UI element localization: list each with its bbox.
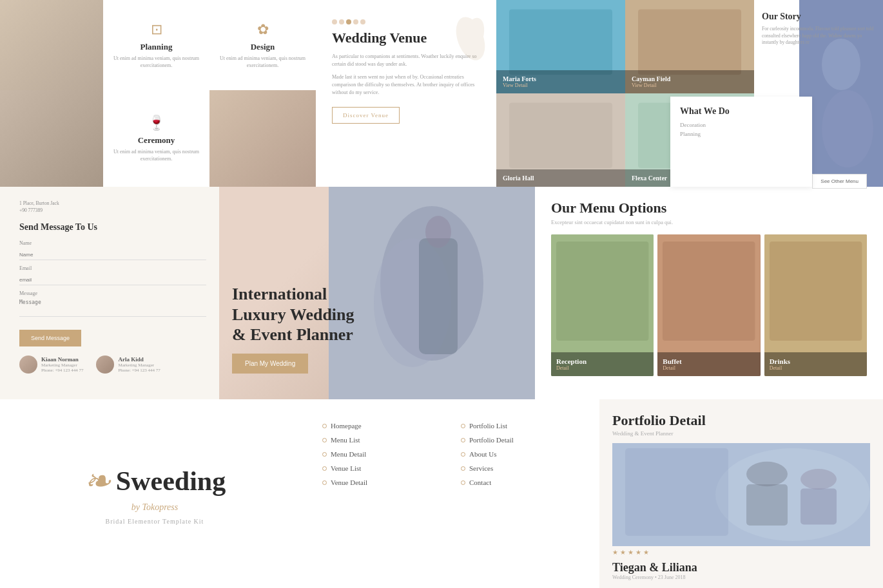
brand-name: Sweeding	[116, 466, 226, 497]
service-photo-bl	[0, 90, 103, 187]
nav-portfolio-detail-label: Portfolio Detail	[469, 436, 514, 444]
team-role-2: Marketing Manager	[118, 363, 160, 368]
menu-title: Our Menu Options	[551, 200, 867, 216]
send-message-button[interactable]: Send Message	[19, 330, 81, 346]
service-photo-tl	[0, 0, 103, 90]
middle-section: 1 Place, Burton Jack +90 777389 Send Mes…	[0, 187, 883, 399]
buffet-label: Buffet	[663, 357, 755, 365]
design-title: Design	[251, 42, 275, 52]
svg-point-36	[801, 469, 837, 489]
nav-bullet-2	[322, 438, 327, 442]
buffet-link[interactable]: Detail	[663, 365, 755, 371]
svg-rect-10	[509, 10, 612, 75]
email-label: Email	[19, 265, 206, 271]
ceremony-desc: Ut enim ad minima veniam, quis nostrum e…	[110, 148, 203, 162]
email-input[interactable]	[19, 275, 206, 285]
reception-overlay: Reception Detail	[551, 352, 654, 376]
nav-menu-detail-label: Menu Detail	[331, 450, 366, 458]
plan-wedding-button[interactable]: Plan My Wedding	[232, 354, 308, 374]
nav-bullet-10	[461, 480, 465, 485]
team-name-2: Arla Kidd	[118, 356, 160, 363]
team-avatar-2	[96, 356, 114, 374]
nav-services[interactable]: Services	[461, 461, 587, 475]
nav-venue-detail-label: Venue Detail	[331, 479, 367, 486]
cayman-field-name: Cayman Field	[632, 75, 748, 82]
team-role-1: Marketing Manager	[41, 363, 83, 368]
name-field-group: Name	[19, 240, 206, 260]
nav-bullet-7	[461, 438, 465, 442]
team-members: Kiaan Norman Marketing Manager Phone: +9…	[19, 356, 206, 374]
whatwedo-title: What We Do	[680, 106, 802, 117]
nav-contact[interactable]: Contact	[461, 475, 587, 489]
svg-rect-28	[663, 242, 755, 341]
gloria-hall-photo: Gloria Hall	[496, 93, 625, 187]
nav-portfolio-detail[interactable]: Portfolio Detail	[461, 433, 587, 447]
event-date: 23 June 2018	[658, 574, 686, 580]
message-field-group: Message	[19, 290, 206, 319]
ceremony-card: 🍷 Ceremony Ut enim ad minima veniam, qui…	[103, 90, 209, 187]
team-phone-1: Phone: +94 123 444 77	[41, 368, 83, 373]
star4: ★	[636, 549, 641, 556]
nav-homepage[interactable]: Homepage	[322, 419, 448, 433]
cayman-field-link[interactable]: View Detail	[632, 82, 748, 88]
nav-about-us[interactable]: About Us	[461, 447, 587, 461]
planning-desc: Ut enim ad minima veniam, quis nostrum e…	[110, 55, 203, 69]
menu-desc: Excepteur sint occaecat cupidatat non su…	[551, 219, 867, 225]
event-type: Wedding Ceremony	[612, 574, 654, 580]
cayman-field-photo: Cayman Field View Detail	[625, 0, 754, 93]
nav-homepage-label: Homepage	[331, 422, 362, 430]
svg-point-34	[746, 462, 788, 486]
name-label: Name	[19, 240, 206, 246]
nav-bullet-6	[461, 424, 465, 428]
nav-panel: Homepage Menu List Menu Detail Venue Lis…	[309, 399, 599, 588]
email-field-group: Email	[19, 265, 206, 285]
bottom-section: ❧ Sweeding by Tokopress Bridal Elementor…	[0, 399, 883, 588]
address-line: 1 Place, Burton Jack	[19, 200, 59, 206]
svg-rect-30	[770, 242, 862, 341]
drinks-label: Drinks	[770, 357, 862, 365]
nav-bullet-4	[322, 466, 327, 471]
nav-contact-label: Contact	[469, 479, 491, 486]
brand-subtitle: by Tokopress	[131, 502, 178, 513]
svg-rect-35	[746, 484, 788, 526]
whatwedo-item-2: Planning	[680, 131, 802, 137]
couple-names: Tiegan & Liliana	[612, 561, 870, 574]
nav-about-us-label: About Us	[469, 450, 496, 458]
nav-menu-list[interactable]: Menu List	[322, 433, 448, 447]
dot1	[332, 19, 337, 24]
menu-panel: See Other Menu Our Menu Options Excepteu…	[535, 187, 883, 399]
hero-photo	[329, 187, 535, 399]
maria-forts-overlay: Maria Forts View Detail	[496, 70, 625, 93]
nav-portfolio-list[interactable]: Portfolio List	[461, 419, 587, 433]
ceremony-photo	[209, 90, 316, 187]
maria-forts-name: Maria Forts	[503, 75, 619, 82]
story-text: For curleosity incommoda. Flavour told p…	[762, 26, 875, 46]
svg-rect-4	[13, 103, 90, 174]
drinks-link[interactable]: Detail	[770, 365, 862, 371]
ceremony-icon: 🍷	[148, 115, 165, 131]
reception-photo: Reception Detail	[551, 234, 654, 376]
svg-rect-12	[638, 10, 741, 75]
nav-venue-detail[interactable]: Venue Detail	[322, 475, 448, 489]
svg-point-24	[425, 216, 451, 248]
nav-bullet-5	[322, 480, 327, 485]
nav-col-1: Homepage Menu List Menu Detail Venue Lis…	[322, 419, 448, 569]
team-phone-2: Phone: +94 123 444 77	[118, 368, 160, 373]
name-input[interactable]	[19, 250, 206, 260]
nav-venue-list[interactable]: Venue List	[322, 461, 448, 475]
discover-venue-button[interactable]: Discover Venue	[332, 107, 400, 124]
contact-panel: 1 Place, Burton Jack +90 777389 Send Mes…	[0, 187, 219, 399]
svg-point-32	[715, 448, 870, 541]
hero-panel: InternationalLuxury Wedding& Event Plann…	[219, 187, 535, 399]
see-other-menu-button[interactable]: See Other Menu	[812, 174, 867, 189]
reception-link[interactable]: Detail	[556, 365, 648, 371]
buffet-overlay: Buffet Detail	[657, 352, 760, 376]
portfolio-panel: Portfolio Detail Wedding & Event Planner…	[599, 399, 883, 588]
menu-photos-grid: Reception Detail Buffet Detail	[551, 234, 867, 376]
nav-menu-detail[interactable]: Menu Detail	[322, 447, 448, 461]
svg-rect-5	[209, 90, 316, 187]
maria-forts-link[interactable]: View Detail	[503, 82, 619, 88]
nav-portfolio-list-label: Portfolio List	[469, 422, 507, 430]
message-input[interactable]	[19, 298, 206, 317]
nav-menu-list-label: Menu List	[331, 436, 360, 444]
